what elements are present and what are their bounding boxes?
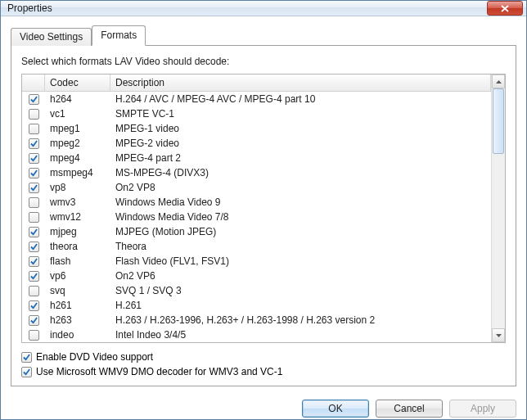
table-row[interactable]: svqSVQ 1 / SVQ 3 [22, 283, 491, 298]
ok-button[interactable]: OK [302, 400, 369, 418]
scroll-track[interactable] [492, 88, 505, 328]
row-codec: vp8 [45, 182, 110, 193]
row-description: Theora [110, 241, 491, 252]
row-codec: flash [45, 255, 110, 267]
window-title: Properties [7, 2, 487, 14]
table-row[interactable]: wmv3Windows Media Video 9 [22, 195, 491, 210]
table-row[interactable]: h264H.264 / AVC / MPEG-4 AVC / MPEG-4 pa… [22, 92, 491, 106]
row-codec: mpeg2 [45, 138, 110, 149]
table-row[interactable]: vp6On2 VP6 [22, 269, 491, 283]
table-row[interactable]: mpeg4MPEG-4 part 2 [22, 151, 491, 165]
row-checkbox[interactable] [29, 197, 39, 208]
table-row[interactable]: h263H.263 / H.263-1996, H.263+ / H.263-1… [22, 313, 491, 327]
row-codec: h261 [45, 300, 110, 311]
dvd-support-checkbox[interactable] [21, 352, 32, 363]
row-checkbox[interactable] [29, 168, 39, 178]
tab-video-settings[interactable]: Video Settings [11, 28, 92, 46]
row-codec: vc1 [45, 108, 110, 120]
row-description: MS-MPEG-4 (DIVX3) [110, 167, 491, 178]
row-codec: wmv12 [45, 211, 110, 223]
row-description: H.263 / H.263-1996, H.263+ / H.263-1998 … [110, 314, 491, 326]
list-header: Codec Description [22, 75, 491, 92]
wmv9-dmo-checkbox[interactable] [21, 367, 32, 377]
header-codec[interactable]: Codec [45, 75, 110, 91]
row-codec: mpeg4 [45, 152, 110, 164]
table-row[interactable]: indeoIntel Indeo 3/4/5 [22, 327, 491, 342]
dvd-support-label: Enable DVD Video support [36, 351, 153, 363]
row-codec: indeo [45, 329, 110, 341]
apply-button[interactable]: Apply [449, 400, 516, 418]
row-checkbox[interactable] [29, 271, 39, 282]
row-description: MPEG-1 video [110, 123, 491, 134]
close-icon [501, 5, 509, 12]
table-row[interactable]: mpeg2MPEG-2 video [22, 136, 491, 151]
row-codec: mjpeg [45, 226, 110, 237]
row-description: MJPEG (Motion JPEG) [110, 226, 491, 237]
option-wmv9-dmo: Use Microsoft WMV9 DMO decoder for WMV3 … [21, 366, 506, 377]
row-checkbox[interactable] [29, 315, 39, 326]
row-description: On2 VP8 [110, 182, 491, 193]
table-row[interactable]: h261H.261 [22, 298, 491, 313]
row-description: Windows Media Video 9 [110, 196, 491, 208]
table-row[interactable]: theoraTheora [22, 239, 491, 254]
header-checkbox-col[interactable] [22, 75, 45, 91]
instruction-text: Select which formats LAV Video should de… [21, 56, 506, 67]
row-description: SMPTE VC-1 [110, 108, 491, 120]
close-button[interactable] [487, 1, 523, 16]
row-description: On2 VP6 [110, 270, 491, 282]
row-checkbox[interactable] [29, 286, 39, 296]
dialog-button-bar: OK Cancel Apply [1, 393, 526, 420]
vertical-scrollbar[interactable] [491, 75, 505, 342]
table-row[interactable]: msmpeg4MS-MPEG-4 (DIVX3) [22, 165, 491, 180]
row-codec: h264 [45, 93, 110, 105]
row-checkbox[interactable] [29, 212, 39, 223]
row-description: Windows Media Video 7/8 [110, 211, 491, 223]
row-checkbox[interactable] [29, 153, 39, 164]
row-checkbox[interactable] [29, 227, 39, 237]
table-row[interactable]: wmv12Windows Media Video 7/8 [22, 210, 491, 224]
properties-dialog: Properties Video Settings Formats Select… [0, 0, 527, 420]
row-description: MPEG-4 part 2 [110, 152, 491, 164]
list-body: h264H.264 / AVC / MPEG-4 AVC / MPEG-4 pa… [22, 92, 491, 342]
scroll-down-button[interactable] [492, 328, 505, 342]
table-row[interactable]: vc1SMPTE VC-1 [22, 106, 491, 121]
option-dvd-support: Enable DVD Video support [21, 351, 506, 363]
header-description[interactable]: Description [110, 75, 491, 91]
table-row[interactable]: mpeg1MPEG-1 video [22, 121, 491, 136]
row-description: Flash Video (FLV1, FSV1) [110, 255, 491, 267]
tabstrip: Video Settings Formats [11, 25, 516, 45]
table-row[interactable]: flashFlash Video (FLV1, FSV1) [22, 254, 491, 269]
codec-list-inner: Codec Description h264H.264 / AVC / MPEG… [22, 75, 491, 342]
row-checkbox[interactable] [29, 242, 39, 252]
row-codec: mpeg1 [45, 123, 110, 134]
row-checkbox[interactable] [29, 300, 39, 311]
titlebar: Properties [1, 1, 526, 16]
wmv9-dmo-label: Use Microsoft WMV9 DMO decoder for WMV3 … [36, 366, 282, 377]
row-checkbox[interactable] [29, 109, 39, 120]
scroll-thumb[interactable] [493, 88, 504, 154]
chevron-down-icon [496, 334, 502, 337]
row-checkbox[interactable] [29, 256, 39, 267]
row-checkbox[interactable] [29, 124, 39, 134]
client-area: Video Settings Formats Select which form… [1, 16, 526, 393]
table-row[interactable]: vp8On2 VP8 [22, 180, 491, 195]
row-checkbox[interactable] [29, 94, 39, 105]
cancel-button[interactable]: Cancel [376, 400, 443, 418]
row-codec: wmv3 [45, 196, 110, 208]
chevron-up-icon [496, 80, 502, 84]
row-description: MPEG-2 video [110, 138, 491, 149]
row-checkbox[interactable] [29, 183, 39, 193]
options-area: Enable DVD Video support Use Microsoft W… [21, 351, 506, 377]
row-description: H.261 [110, 300, 491, 311]
table-row[interactable]: mjpegMJPEG (Motion JPEG) [22, 224, 491, 239]
row-description: H.264 / AVC / MPEG-4 AVC / MPEG-4 part 1… [110, 93, 491, 105]
row-codec: h263 [45, 314, 110, 326]
tab-formats[interactable]: Formats [92, 25, 146, 46]
tab-panel-formats: Select which formats LAV Video should de… [11, 45, 516, 386]
row-codec: svq [45, 285, 110, 296]
row-checkbox[interactable] [29, 138, 39, 149]
row-checkbox[interactable] [29, 330, 39, 341]
row-codec: theora [45, 241, 110, 252]
row-codec: vp6 [45, 270, 110, 282]
scroll-up-button[interactable] [492, 75, 505, 88]
